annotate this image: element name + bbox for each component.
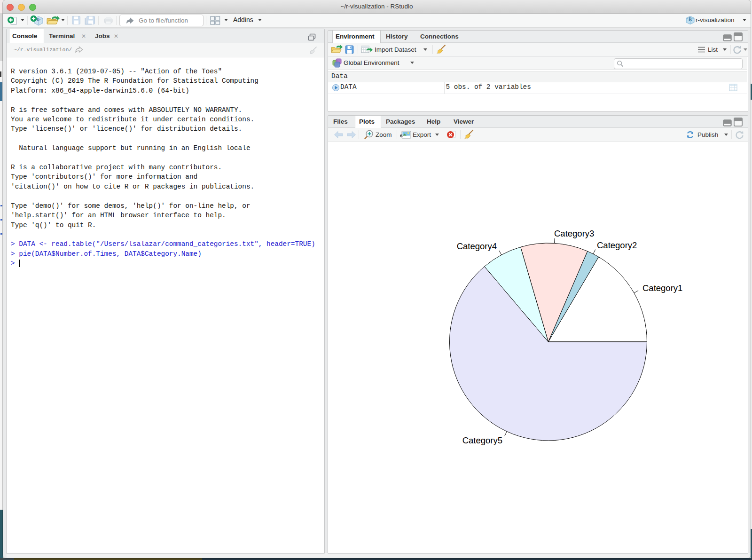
svg-text:Category2: Category2 (597, 240, 637, 250)
svg-text:Category3: Category3 (554, 229, 594, 238)
svg-text:Category1: Category1 (642, 283, 682, 293)
svg-text:R: R (689, 17, 692, 22)
svg-text:R: R (37, 17, 40, 22)
svg-text:Category4: Category4 (457, 241, 497, 251)
svg-text:Category5: Category5 (462, 435, 502, 445)
